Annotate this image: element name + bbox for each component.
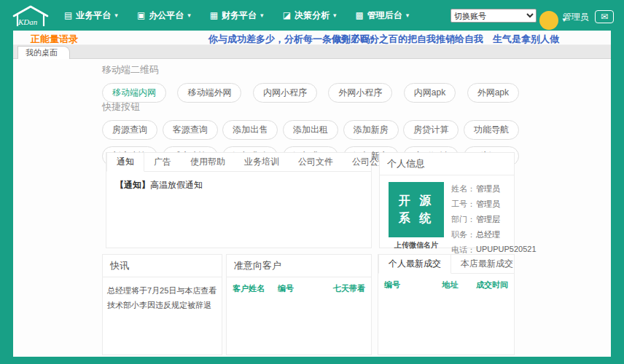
intranet-miniprogram-button[interactable]: 内网小程序 [253,83,317,103]
decision-analysis-icon: ◪ [283,11,291,20]
wechat-card-image[interactable]: 开 源 系 统 [389,182,444,237]
notice-panel: 通知 广告 使用帮助 业务培训 公司文件 公司公告 【通知】高温放假通知 [106,152,372,248]
profile-panel: 个人信息 开 源 系 统 上传微信名片 姓名： 管理员 工号： [379,152,515,248]
field-label: 部门： [451,214,476,225]
col-client-name: 客户姓名 [233,283,278,294]
quick-button-row-1: 房源查询 客源查询 添加出售 添加出租 添加新房 房贷计算 功能导航 [102,120,519,140]
news-item[interactable]: 总经理将于7月25日与本店查看 [107,283,217,298]
field-value: 管理层 [476,214,500,225]
mobile-extranet-button[interactable]: 移动端外网 [177,83,241,103]
col-address: 地址 [424,280,476,290]
menu-admin-backend[interactable]: ▩ 管理后台 ▾ [356,9,410,22]
news-panel: 快讯 总经理将于7月25日与本店查看 技术部小李因违反规定被辞退 [102,254,222,355]
field-label: 姓名： [451,183,476,194]
prospect-panel-title: 准意向客户 [227,255,371,277]
profile-fields: 姓名： 管理员 工号： 管理员 部门： 管理层 职务： 总经理 [451,182,537,260]
motivational-quote: 生气是拿别人做 [493,33,559,46]
add-rental-button[interactable]: 添加出租 [283,120,338,140]
menu-decision-analysis[interactable]: ◪ 决策分析 ▾ [283,9,337,22]
menu-label: 业务平台 [76,9,111,22]
field-label: 工号： [451,199,476,210]
col-id: 编号 [278,283,323,294]
chevron-down-icon: ▾ [333,12,337,19]
tab-my-latest-deals[interactable]: 个人最新成交 [378,255,451,274]
field-employee-id: 工号： 管理员 [451,199,537,210]
menu-office-platform[interactable]: ▣ 办公平台 ▾ [137,9,191,22]
quote-bar-title: 正能量语录 [31,33,78,46]
username-label[interactable]: 管理员 [563,11,589,23]
add-sale-button[interactable]: 添加出售 [222,120,278,140]
content-frame: 正能量语录 你与成功差多少，分析每一条做到了吗? 你务必百分之百的把自我推销给自… [13,31,611,357]
logo-house-icon[interactable]: KDan [12,4,50,28]
notice-item[interactable]: 【通知】高温放假通知 [115,179,362,191]
quote-bar: 正能量语录 你与成功差多少，分析每一条做到了吗? 你务必百分之百的把自我推销给自… [13,31,611,45]
main-menu: ▤ 业务平台 ▾ ▣ 办公平台 ▾ ▦ 财务平台 ▾ ◪ 决策分析 ▾ ▩ 管理… [64,0,409,31]
deals-table-header: 编号 地址 成交时间 [378,274,514,296]
intranet-apk-button[interactable]: 内网apk [404,83,456,103]
svg-text:KDan: KDan [17,17,38,26]
deals-tabbar: 个人最新成交 本店最新成交 [378,255,514,274]
notice-tabbar: 通知 广告 使用帮助 业务培训 公司文件 公司公告 [106,153,371,172]
tab-training[interactable]: 业务培训 [235,153,289,171]
chevron-down-icon: ▾ [187,12,191,19]
profile-body: 开 源 系 统 上传微信名片 姓名： 管理员 工号： 管理员 部门： [380,175,514,260]
notice-list: 【通知】高温放假通知 [106,172,371,199]
avatar[interactable] [539,11,558,30]
chevron-down-icon: ▾ [114,12,118,19]
client-search-button[interactable]: 客源查询 [163,120,218,140]
notice-item-text: 高温放假通知 [150,180,203,190]
motivational-quote: 你务必百分之百的把自我推销给自我 [332,33,483,46]
card-text-line2: 系 统 [399,210,434,227]
tab-store-latest-deals[interactable]: 本店最新成交 [451,255,523,273]
tab-notice[interactable]: 通知 [106,153,144,172]
listing-search-button[interactable]: 房源查询 [102,120,157,140]
col-deal-time: 成交时间 [476,280,508,290]
top-navbar: KDan ▤ 业务平台 ▾ ▣ 办公平台 ▾ ▦ 财务平台 ▾ ◪ 决策分析 ▾… [0,0,624,31]
menu-label: 办公平台 [149,9,184,22]
feature-nav-button[interactable]: 功能导航 [464,120,519,140]
news-list: 总经理将于7月25日与本店查看 技术部小李因违反规定被辞退 [103,277,222,318]
tab-company-files[interactable]: 公司文件 [289,153,343,171]
field-value: 总经理 [476,229,500,240]
menu-finance-platform[interactable]: ▦ 财务平台 ▾ [210,9,264,22]
main-content: 移动端二维码 移动端内网 移动端外网 内网小程序 外网小程序 内网apk 外网a… [13,59,611,357]
add-newhome-button[interactable]: 添加新房 [343,120,399,140]
chevron-down-icon: ▾ [406,12,410,19]
menu-business-platform[interactable]: ▤ 业务平台 ▾ [64,9,118,22]
mobile-qr-section: 移动端二维码 移动端内网 移动端外网 内网小程序 外网小程序 内网apk 外网a… [102,63,519,103]
tab-my-desktop[interactable]: 我的桌面 [17,46,70,59]
mobile-intranet-button[interactable]: 移动端内网 [102,83,166,103]
workspace-tab-strip: 我的桌面 [13,45,611,59]
admin-backend-icon: ▩ [356,11,364,20]
prospect-table-header: 客户姓名 编号 七天带看 [227,277,371,300]
business-platform-icon: ▤ [64,11,72,20]
col-id: 编号 [384,280,424,290]
col-7day-showings: 七天带看 [323,283,365,294]
extranet-miniprogram-button[interactable]: 外网小程序 [328,83,392,103]
mortgage-calc-button[interactable]: 房贷计算 [403,120,459,140]
upload-wechat-card-button[interactable]: 上传微信名片 [389,240,444,250]
envelope-glyph: ✉ [601,12,608,22]
field-department: 部门： 管理层 [451,214,537,225]
menu-label: 决策分析 [295,9,329,22]
chevron-down-icon: ▾ [260,12,264,19]
menu-label: 管理后台 [367,9,402,22]
field-value: 管理员 [476,199,500,210]
profile-panel-title: 个人信息 [380,153,514,175]
qr-button-row: 移动端内网 移动端外网 内网小程序 外网小程序 内网apk 外网apk [102,83,519,103]
extranet-apk-button[interactable]: 外网apk [467,83,519,103]
latest-deals-panel: 个人最新成交 本店最新成交 编号 地址 成交时间 [378,254,515,355]
switch-account-select[interactable]: 切换账号 [451,9,537,23]
tab-ads[interactable]: 广告 [144,153,181,171]
section-title-mobile-qr: 移动端二维码 [102,63,519,76]
finance-platform-icon: ▦ [210,11,218,20]
prospect-clients-panel: 准意向客户 客户姓名 编号 七天带看 [226,254,372,355]
field-position: 职务： 总经理 [451,229,537,240]
section-title-quick-buttons: 快捷按钮 [102,100,519,114]
office-platform-icon: ▣ [137,11,145,20]
news-item[interactable]: 技术部小李因违反规定被辞退 [107,298,217,312]
wechat-card: 开 源 系 统 上传微信名片 [389,182,444,260]
mail-icon[interactable]: ✉ [595,10,614,23]
card-text-line1: 开 源 [399,192,434,210]
tab-help[interactable]: 使用帮助 [181,153,235,171]
